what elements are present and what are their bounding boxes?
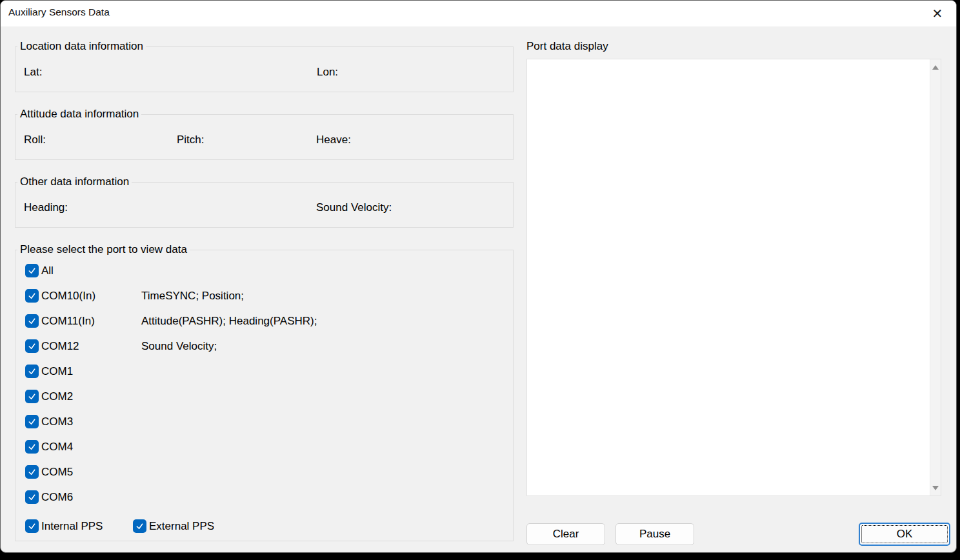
ok-button[interactable]: OK bbox=[859, 523, 950, 546]
lat-label: Lat: bbox=[24, 65, 42, 79]
port-row-com6: COM6 bbox=[1, 490, 499, 505]
port-checkbox-label[interactable]: COM12 bbox=[41, 339, 79, 354]
attitude-group-title: Attitude data information bbox=[17, 107, 141, 121]
other-group-title: Other data information bbox=[17, 175, 132, 189]
external-pps-label[interactable]: External PPS bbox=[149, 519, 214, 534]
port-row-com11: COM11(In) Attitude(PASHR); Heading(PASHR… bbox=[1, 314, 499, 328]
port-checkbox-label[interactable]: COM10(In) bbox=[41, 289, 95, 303]
dialog-window: Auxiliary Sensors Data ✕ Location data i… bbox=[0, 0, 957, 553]
location-group-title: Location data information bbox=[17, 39, 146, 54]
clear-button[interactable]: Clear bbox=[526, 523, 605, 545]
port-data-content bbox=[527, 59, 930, 495]
checkbox-checked-icon[interactable] bbox=[25, 365, 39, 378]
title-bar: Auxiliary Sensors Data ✕ bbox=[1, 1, 956, 26]
pitch-label: Pitch: bbox=[177, 133, 205, 147]
port-description: Attitude(PASHR); Heading(PASHR); bbox=[141, 314, 317, 328]
vertical-scrollbar[interactable] bbox=[930, 59, 941, 495]
port-row-com12: COM12 Sound Velocity; bbox=[1, 339, 499, 354]
lon-label: Lon: bbox=[317, 65, 338, 79]
checkbox-checked-icon[interactable] bbox=[25, 490, 39, 504]
checkbox-checked-icon[interactable] bbox=[25, 390, 39, 403]
checkbox-checked-icon[interactable] bbox=[25, 440, 39, 454]
port-row-com5: COM5 bbox=[1, 465, 499, 479]
port-checkbox-label[interactable]: COM6 bbox=[41, 490, 73, 505]
checkbox-checked-icon[interactable] bbox=[25, 314, 39, 328]
port-checkbox-label[interactable]: COM5 bbox=[41, 465, 73, 479]
port-checkbox-label[interactable]: All bbox=[41, 264, 54, 278]
port-data-display-label: Port data display bbox=[526, 39, 608, 54]
checkbox-checked-icon[interactable] bbox=[133, 519, 146, 533]
window-title: Auxiliary Sensors Data bbox=[8, 6, 110, 18]
port-checkbox-label[interactable]: COM3 bbox=[41, 415, 73, 429]
port-checkbox-label[interactable]: COM1 bbox=[41, 365, 73, 379]
port-row-com10: COM10(In) TimeSYNC; Position; bbox=[1, 289, 499, 303]
port-checkbox-label[interactable]: COM11(In) bbox=[41, 314, 95, 328]
port-row-com4: COM4 bbox=[1, 440, 499, 454]
port-row-com3: COM3 bbox=[1, 415, 499, 429]
port-row-all: All bbox=[1, 264, 499, 278]
port-checkbox-label[interactable]: COM2 bbox=[41, 390, 73, 404]
port-data-textarea[interactable] bbox=[526, 59, 941, 496]
ports-group-title: Please select the port to view data bbox=[17, 243, 190, 257]
port-row-com2: COM2 bbox=[1, 390, 499, 404]
close-icon[interactable]: ✕ bbox=[926, 4, 948, 23]
port-row-com1: COM1 bbox=[1, 365, 499, 379]
checkbox-checked-icon[interactable] bbox=[25, 415, 39, 428]
sound-velocity-label: Sound Velocity: bbox=[316, 201, 392, 215]
checkbox-checked-icon[interactable] bbox=[25, 289, 39, 303]
checkbox-checked-icon[interactable] bbox=[25, 264, 39, 277]
checkbox-checked-icon[interactable] bbox=[25, 339, 39, 353]
port-description: Sound Velocity; bbox=[141, 339, 217, 354]
port-checkbox-label[interactable]: COM4 bbox=[41, 440, 73, 454]
pps-row: Internal PPS External PPS bbox=[1, 519, 499, 534]
heave-label: Heave: bbox=[316, 133, 351, 147]
internal-pps-label[interactable]: Internal PPS bbox=[41, 519, 103, 534]
scroll-down-arrow-icon[interactable] bbox=[930, 480, 941, 495]
scroll-up-arrow-icon[interactable] bbox=[930, 59, 941, 75]
checkbox-checked-icon[interactable] bbox=[25, 465, 39, 479]
checkbox-checked-icon[interactable] bbox=[25, 519, 39, 533]
roll-label: Roll: bbox=[24, 133, 46, 147]
pause-button[interactable]: Pause bbox=[615, 523, 694, 545]
heading-label: Heading: bbox=[24, 201, 68, 215]
port-description: TimeSYNC; Position; bbox=[141, 289, 244, 303]
